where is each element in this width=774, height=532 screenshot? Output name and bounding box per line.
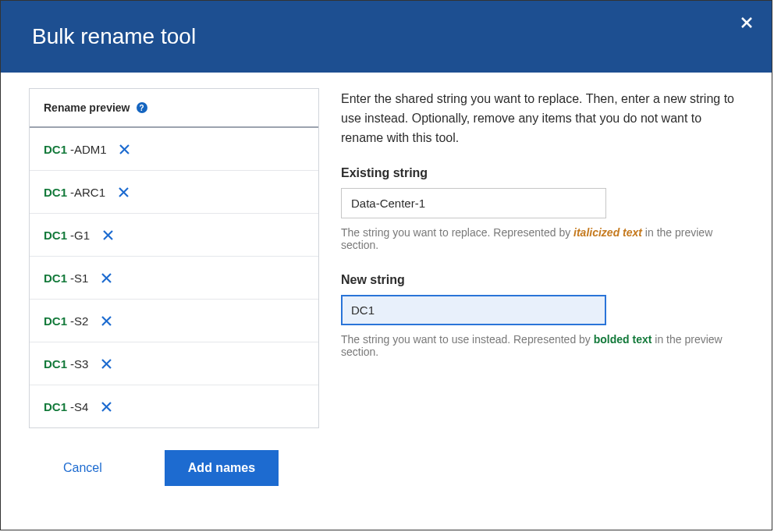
preview-bold-part: DC1 bbox=[44, 400, 67, 413]
modal-title: Bulk rename tool bbox=[32, 24, 196, 49]
preview-header: Rename preview ? bbox=[30, 89, 318, 128]
instructions-text: Enter the shared string you want to repl… bbox=[341, 90, 744, 147]
preview-row: DC1-S2 bbox=[30, 300, 318, 342]
preview-rest-part: -S2 bbox=[70, 314, 88, 328]
preview-bold-part: DC1 bbox=[44, 357, 67, 371]
preview-bold-part: DC1 bbox=[44, 314, 67, 328]
preview-row: DC1-S1 bbox=[30, 257, 318, 300]
preview-row: DC1-G1 bbox=[30, 214, 318, 257]
preview-row: DC1-ARC1 bbox=[30, 171, 318, 214]
x-icon bbox=[118, 186, 130, 198]
right-panel: Enter the shared string you want to repl… bbox=[341, 88, 744, 486]
preview-row: DC1-S3 bbox=[30, 342, 318, 385]
remove-item-button[interactable] bbox=[99, 314, 113, 328]
close-icon bbox=[740, 16, 754, 30]
x-icon bbox=[101, 272, 112, 284]
modal-body: Rename preview ? DC1-ADM1DC1-ARC1DC1-G1D… bbox=[1, 73, 772, 486]
left-panel: Rename preview ? DC1-ADM1DC1-ARC1DC1-G1D… bbox=[29, 88, 319, 486]
x-icon bbox=[119, 144, 130, 155]
preview-bold-part: DC1 bbox=[44, 186, 67, 199]
action-bar: Cancel Add names bbox=[29, 450, 319, 486]
preview-rest-part: -ADM1 bbox=[70, 143, 107, 156]
preview-rest-part: -G1 bbox=[70, 229, 90, 242]
remove-item-button[interactable] bbox=[99, 399, 113, 413]
preview-rest-part: -ARC1 bbox=[70, 186, 105, 199]
existing-string-hint: The string you want to replace. Represen… bbox=[341, 226, 744, 251]
preview-bold-part: DC1 bbox=[44, 143, 67, 156]
add-names-button[interactable]: Add names bbox=[165, 450, 279, 486]
x-icon bbox=[101, 315, 112, 327]
remove-item-button[interactable] bbox=[99, 356, 113, 371]
existing-string-input[interactable] bbox=[341, 188, 606, 218]
preview-bold-part: DC1 bbox=[44, 229, 67, 242]
remove-item-button[interactable] bbox=[116, 185, 130, 199]
new-string-input[interactable] bbox=[341, 295, 606, 325]
preview-rest-part: -S3 bbox=[70, 357, 88, 371]
close-button[interactable] bbox=[737, 13, 756, 32]
preview-box: Rename preview ? DC1-ADM1DC1-ARC1DC1-G1D… bbox=[29, 88, 319, 428]
preview-rest-part: -S1 bbox=[70, 271, 88, 285]
help-icon[interactable]: ? bbox=[137, 102, 147, 113]
x-icon bbox=[102, 229, 114, 241]
existing-string-label: Existing string bbox=[341, 166, 744, 180]
x-icon bbox=[101, 358, 112, 370]
preview-row: DC1-S4 bbox=[30, 385, 318, 427]
new-string-hint: The string you want to use instead. Repr… bbox=[341, 333, 744, 358]
x-icon bbox=[101, 401, 112, 413]
italicized-text-sample: italicized text bbox=[573, 226, 642, 239]
cancel-button[interactable]: Cancel bbox=[63, 461, 102, 475]
bulk-rename-modal: Bulk rename tool Rename preview ? DC1-AD… bbox=[0, 0, 772, 530]
remove-item-button[interactable] bbox=[118, 142, 132, 156]
modal-header: Bulk rename tool bbox=[1, 1, 772, 73]
new-string-label: New string bbox=[341, 273, 744, 287]
bolded-text-sample: bolded text bbox=[594, 333, 652, 346]
preview-bold-part: DC1 bbox=[44, 271, 67, 285]
preview-row: DC1-ADM1 bbox=[30, 128, 318, 171]
preview-rest-part: -S4 bbox=[70, 400, 88, 413]
preview-header-label: Rename preview bbox=[44, 101, 130, 114]
remove-item-button[interactable] bbox=[99, 271, 113, 285]
remove-item-button[interactable] bbox=[101, 228, 115, 242]
